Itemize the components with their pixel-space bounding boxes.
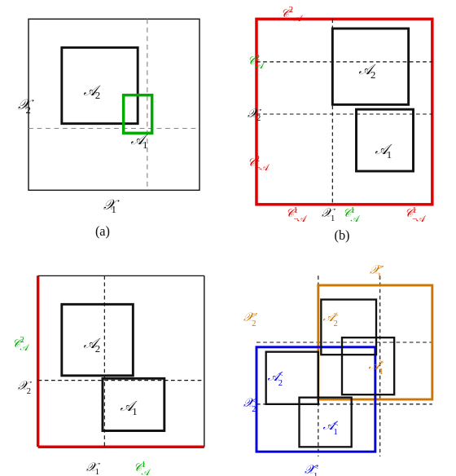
main-grid: 𝒳 2 𝒳 1 𝒜 2 𝒜 1 (a) <box>0 0 456 476</box>
svg-text:>: > <box>334 311 339 320</box>
svg-text:2: 2 <box>25 104 30 116</box>
svg-text:2: 2 <box>289 5 293 14</box>
svg-text:1: 1 <box>387 149 392 161</box>
svg-text:<: < <box>334 419 339 428</box>
panel-b: 𝒞 2 ¬𝒜 𝒞 2 𝒜 𝒳 2 𝒞 2 ¬𝒜 𝒞 1 ¬𝒜 𝒳 1 𝒞 1 <box>228 0 456 257</box>
svg-text:1: 1 <box>351 205 355 214</box>
svg-rect-3 <box>62 47 138 123</box>
svg-text:1: 1 <box>132 406 137 417</box>
svg-text:2: 2 <box>252 404 256 413</box>
svg-text:<: < <box>278 369 283 378</box>
svg-text:2: 2 <box>334 319 338 328</box>
svg-text:1: 1 <box>412 205 416 214</box>
svg-text:¬𝒜: ¬𝒜 <box>294 214 309 223</box>
svg-text:1: 1 <box>331 214 335 223</box>
svg-text:(b): (b) <box>334 227 349 243</box>
svg-text:<: < <box>314 462 318 471</box>
svg-text:2: 2 <box>256 154 260 163</box>
svg-text:2: 2 <box>252 319 256 328</box>
svg-text:2: 2 <box>370 69 375 81</box>
svg-rect-54 <box>103 378 164 430</box>
svg-text:>: > <box>252 311 256 320</box>
panel-c: 𝒞 2 𝒜 𝒳 2 𝒳 1 𝒞 1 𝒜 𝒜 2 𝒜 1 (c) <box>0 257 228 476</box>
svg-text:2: 2 <box>278 378 283 387</box>
svg-text:1: 1 <box>95 467 99 476</box>
svg-text:1: 1 <box>142 139 147 151</box>
svg-text:𝒜: 𝒜 <box>350 214 361 223</box>
panel-a: 𝒳 2 𝒳 1 𝒜 2 𝒜 1 (a) <box>0 0 228 257</box>
svg-text:1: 1 <box>142 460 146 469</box>
svg-text:2: 2 <box>256 113 261 122</box>
svg-text:1: 1 <box>112 204 116 215</box>
svg-text:2: 2 <box>256 53 260 62</box>
svg-rect-0 <box>28 19 200 190</box>
svg-text:𝒜: 𝒜 <box>255 61 265 70</box>
svg-text:<: < <box>252 396 256 405</box>
svg-text:2: 2 <box>95 90 100 101</box>
svg-text:1: 1 <box>294 205 298 214</box>
svg-text:2: 2 <box>20 335 24 344</box>
svg-text:1: 1 <box>377 271 381 280</box>
svg-text:¬𝒜: ¬𝒜 <box>412 214 427 223</box>
svg-text:>: > <box>379 358 384 367</box>
svg-text:(a): (a) <box>95 223 110 239</box>
svg-text:1: 1 <box>379 367 384 376</box>
svg-text:1: 1 <box>314 471 318 476</box>
svg-text:1: 1 <box>334 427 338 436</box>
svg-text:>: > <box>378 262 383 271</box>
svg-text:2: 2 <box>27 386 31 395</box>
svg-rect-14 <box>256 19 432 205</box>
svg-text:𝒜: 𝒜 <box>20 344 30 353</box>
svg-text:𝒜: 𝒜 <box>141 468 151 476</box>
panel-d: 𝒳 > 1 𝒳 > 2 𝒳 < 2 𝒳 < 1 𝒜 > 2 𝒜 > 1 𝒜 <box>228 257 456 476</box>
svg-text:2: 2 <box>95 343 100 355</box>
svg-rect-53 <box>62 304 133 375</box>
svg-text:¬𝒜: ¬𝒜 <box>256 163 270 172</box>
